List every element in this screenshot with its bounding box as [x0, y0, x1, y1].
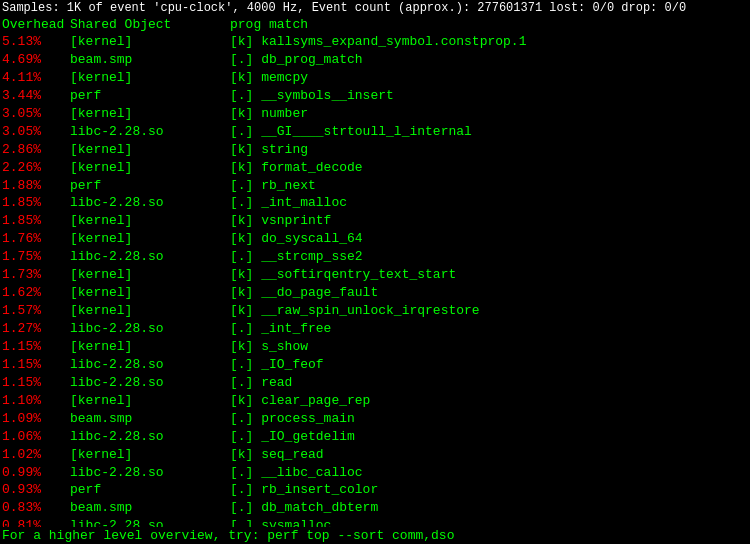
overhead-value: 3.05% [2, 105, 70, 123]
table-row: 1.85%libc-2.28.so[.] _int_malloc [0, 194, 750, 212]
overhead-value: 0.93% [2, 481, 70, 499]
shared-object: perf [70, 87, 230, 105]
table-row: 1.73%[kernel][k] __softirqentry_text_sta… [0, 266, 750, 284]
table-row: 1.76%[kernel][k] do_syscall_64 [0, 230, 750, 248]
overhead-value: 3.05% [2, 123, 70, 141]
table-row: 0.93%perf[.] rb_insert_color [0, 481, 750, 499]
symbol-name: [.] db_prog_match [230, 51, 748, 69]
table-row: 0.83%beam.smp[.] db_match_dbterm [0, 499, 750, 517]
shared-object: beam.smp [70, 410, 230, 428]
symbol-name: [k] kallsyms_expand_symbol.constprop.1 [230, 33, 748, 51]
overhead-value: 1.75% [2, 248, 70, 266]
symbol-name: [.] __GI____strtoull_l_internal [230, 123, 748, 141]
table-row: 3.05%[kernel][k] number [0, 105, 750, 123]
symbol-name: [k] clear_page_rep [230, 392, 748, 410]
symbol-name: [.] db_match_dbterm [230, 499, 748, 517]
overhead-value: 1.09% [2, 410, 70, 428]
overhead-value: 1.15% [2, 374, 70, 392]
symbol-name: [k] __softirqentry_text_start [230, 266, 748, 284]
table-row: 0.99%libc-2.28.so[.] __libc_calloc [0, 464, 750, 482]
shared-object: libc-2.28.so [70, 320, 230, 338]
overhead-value: 1.15% [2, 338, 70, 356]
table-row: 1.15%libc-2.28.so[.] read [0, 374, 750, 392]
symbol-name: [.] __symbols__insert [230, 87, 748, 105]
table-row: 1.15%libc-2.28.so[.] _IO_feof [0, 356, 750, 374]
overhead-value: 1.76% [2, 230, 70, 248]
overhead-value: 1.85% [2, 212, 70, 230]
overhead-value: 1.85% [2, 194, 70, 212]
table-row: 3.05%libc-2.28.so[.] __GI____strtoull_l_… [0, 123, 750, 141]
symbol-name: [k] memcpy [230, 69, 748, 87]
overhead-value: 4.11% [2, 69, 70, 87]
overhead-value: 4.69% [2, 51, 70, 69]
overhead-value: 1.10% [2, 392, 70, 410]
table-row: 3.44%perf[.] __symbols__insert [0, 87, 750, 105]
shared-object: [kernel] [70, 338, 230, 356]
shared-object: [kernel] [70, 105, 230, 123]
table-row: 1.27%libc-2.28.so[.] _int_free [0, 320, 750, 338]
symbol-name: [.] _IO_getdelim [230, 428, 748, 446]
overhead-value: 1.02% [2, 446, 70, 464]
symbol-name: [k] s_show [230, 338, 748, 356]
symbol-name: [k] number [230, 105, 748, 123]
shared-header: Shared Object [70, 17, 230, 32]
shared-object: libc-2.28.so [70, 194, 230, 212]
table-row: 1.75%libc-2.28.so[.] __strcmp_sse2 [0, 248, 750, 266]
table-row: 1.15%[kernel][k] s_show [0, 338, 750, 356]
overhead-header: Overhead [2, 17, 70, 32]
overhead-value: 0.83% [2, 499, 70, 517]
symbol-name: [k] do_syscall_64 [230, 230, 748, 248]
shared-object: libc-2.28.so [70, 248, 230, 266]
shared-object: libc-2.28.so [70, 374, 230, 392]
shared-object: libc-2.28.so [70, 356, 230, 374]
shared-object: [kernel] [70, 266, 230, 284]
symbol-name: [.] rb_next [230, 177, 748, 195]
symbol-name: [.] _int_malloc [230, 194, 748, 212]
shared-object: [kernel] [70, 141, 230, 159]
symbol-name: [k] seq_read [230, 446, 748, 464]
shared-object: [kernel] [70, 33, 230, 51]
shared-object: [kernel] [70, 392, 230, 410]
overhead-value: 1.88% [2, 177, 70, 195]
symbol-name: [.] rb_insert_color [230, 481, 748, 499]
symbol-name: [k] __raw_spin_unlock_irqrestore [230, 302, 748, 320]
terminal-window: Samples: 1K of event 'cpu-clock', 4000 H… [0, 0, 750, 544]
shared-object: perf [70, 481, 230, 499]
table-row: 5.13%[kernel][k] kallsyms_expand_symbol.… [0, 33, 750, 51]
table-row: 1.62%[kernel][k] __do_page_fault [0, 284, 750, 302]
overhead-value: 0.99% [2, 464, 70, 482]
overhead-value: 1.15% [2, 356, 70, 374]
shared-object: [kernel] [70, 302, 230, 320]
data-rows: 5.13%[kernel][k] kallsyms_expand_symbol.… [0, 33, 750, 544]
table-row: 1.09%beam.smp[.] process_main [0, 410, 750, 428]
symbol-name: [k] string [230, 141, 748, 159]
overhead-value: 2.86% [2, 141, 70, 159]
shared-object: perf [70, 177, 230, 195]
shared-object: libc-2.28.so [70, 123, 230, 141]
symbol-name: [.] read [230, 374, 748, 392]
table-row: 1.10%[kernel][k] clear_page_rep [0, 392, 750, 410]
footer-line: For a higher level overview, try: perf t… [0, 527, 750, 544]
symbol-name: [.] _int_free [230, 320, 748, 338]
table-row: 2.86%[kernel][k] string [0, 141, 750, 159]
overhead-value: 1.06% [2, 428, 70, 446]
shared-object: [kernel] [70, 284, 230, 302]
overhead-value: 1.62% [2, 284, 70, 302]
symbol-name: [.] __strcmp_sse2 [230, 248, 748, 266]
overhead-value: 1.27% [2, 320, 70, 338]
symbol-name: [.] __libc_calloc [230, 464, 748, 482]
shared-object: [kernel] [70, 230, 230, 248]
table-row: 4.11%[kernel][k] memcpy [0, 69, 750, 87]
shared-object: beam.smp [70, 499, 230, 517]
table-row: 1.06%libc-2.28.so[.] _IO_getdelim [0, 428, 750, 446]
shared-object: libc-2.28.so [70, 464, 230, 482]
symbol-name: [.] _IO_feof [230, 356, 748, 374]
table-row: 1.02%[kernel][k] seq_read [0, 446, 750, 464]
symbol-name: [k] format_decode [230, 159, 748, 177]
shared-object: [kernel] [70, 69, 230, 87]
table-row: 1.85%[kernel][k] vsnprintf [0, 212, 750, 230]
table-row: 1.57%[kernel][k] __raw_spin_unlock_irqre… [0, 302, 750, 320]
symbol-name: [.] process_main [230, 410, 748, 428]
shared-object: [kernel] [70, 446, 230, 464]
header-line: Samples: 1K of event 'cpu-clock', 4000 H… [0, 0, 750, 16]
